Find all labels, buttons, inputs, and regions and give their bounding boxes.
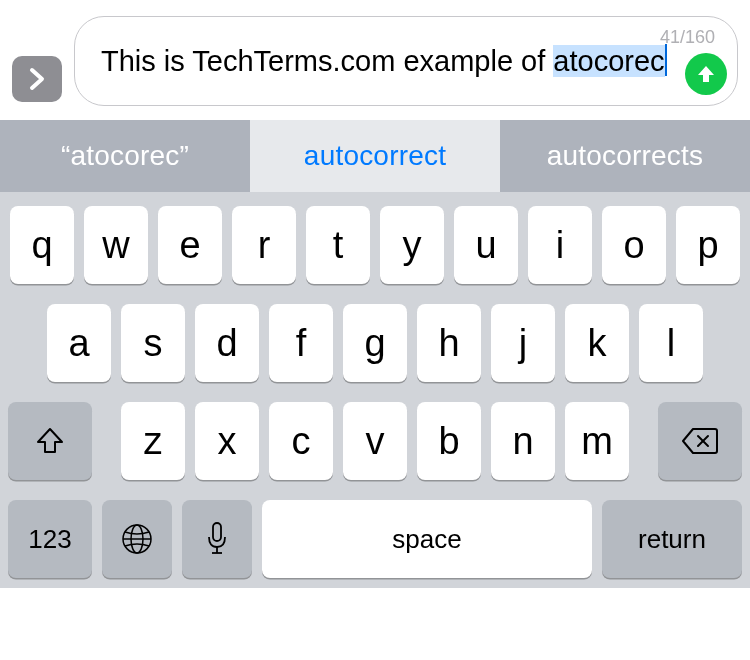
message-text-before: This is TechTerms.com example of: [101, 45, 553, 77]
expand-button[interactable]: [12, 56, 62, 102]
key-return[interactable]: return: [602, 500, 742, 578]
key-d[interactable]: d: [195, 304, 259, 382]
microphone-icon: [205, 521, 229, 557]
chevron-right-icon: [28, 67, 46, 91]
prediction-bar: “atocorec” autocorrect autocorrects: [0, 120, 750, 192]
keyboard-row-1: q w e r t y u i o p: [8, 206, 742, 284]
key-v[interactable]: v: [343, 402, 407, 480]
keyboard-row-2: a s d f g h j k l: [8, 304, 742, 382]
globe-icon: [120, 522, 154, 556]
key-h[interactable]: h: [417, 304, 481, 382]
key-e[interactable]: e: [158, 206, 222, 284]
key-l[interactable]: l: [639, 304, 703, 382]
keyboard-row-bottom: 123 space return: [8, 500, 742, 578]
key-n[interactable]: n: [491, 402, 555, 480]
key-x[interactable]: x: [195, 402, 259, 480]
message-input[interactable]: 41/160 This is TechTerms.com example of …: [74, 16, 738, 106]
message-text-highlight: atocorec: [553, 45, 664, 77]
key-y[interactable]: y: [380, 206, 444, 284]
key-w[interactable]: w: [84, 206, 148, 284]
key-m[interactable]: m: [565, 402, 629, 480]
prediction-verbatim[interactable]: “atocorec”: [0, 120, 250, 192]
key-i[interactable]: i: [528, 206, 592, 284]
key-q[interactable]: q: [10, 206, 74, 284]
key-f[interactable]: f: [269, 304, 333, 382]
key-o[interactable]: o: [602, 206, 666, 284]
backspace-icon: [681, 427, 719, 455]
character-count: 41/160: [660, 27, 715, 48]
key-t[interactable]: t: [306, 206, 370, 284]
key-space[interactable]: space: [262, 500, 592, 578]
keyboard: q w e r t y u i o p a s d f g h j k l z …: [0, 192, 750, 588]
key-globe[interactable]: [102, 500, 172, 578]
compose-area: 41/160 This is TechTerms.com example of …: [0, 0, 750, 120]
key-k[interactable]: k: [565, 304, 629, 382]
text-cursor: [665, 44, 667, 76]
key-b[interactable]: b: [417, 402, 481, 480]
key-p[interactable]: p: [676, 206, 740, 284]
prediction-primary[interactable]: autocorrect: [250, 120, 500, 192]
key-c[interactable]: c: [269, 402, 333, 480]
key-z[interactable]: z: [121, 402, 185, 480]
send-button[interactable]: [685, 53, 727, 95]
key-shift[interactable]: [8, 402, 92, 480]
shift-icon: [34, 425, 66, 457]
prediction-secondary[interactable]: autocorrects: [500, 120, 750, 192]
key-g[interactable]: g: [343, 304, 407, 382]
arrow-up-icon: [695, 63, 717, 85]
key-a[interactable]: a: [47, 304, 111, 382]
key-j[interactable]: j: [491, 304, 555, 382]
key-s[interactable]: s: [121, 304, 185, 382]
key-r[interactable]: r: [232, 206, 296, 284]
message-text: This is TechTerms.com example of atocore…: [101, 43, 675, 79]
keyboard-row-3: z x c v b n m: [8, 402, 742, 480]
keyboard-row-3-letters: z x c v b n m: [121, 402, 629, 480]
key-backspace[interactable]: [658, 402, 742, 480]
key-dictation[interactable]: [182, 500, 252, 578]
svg-rect-5: [213, 523, 221, 541]
key-numbers[interactable]: 123: [8, 500, 92, 578]
key-u[interactable]: u: [454, 206, 518, 284]
